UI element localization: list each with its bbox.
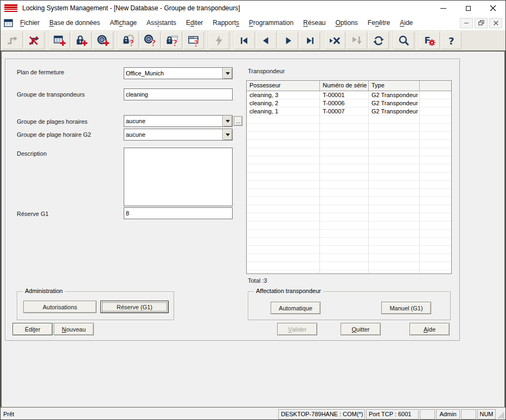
reserve-g1-label: Réserve G1 (17, 211, 49, 217)
mdi-minimize-button[interactable] (460, 18, 473, 28)
svg-text:?: ? (130, 39, 134, 47)
manuel-g1-button[interactable]: Manuel (G1) (381, 302, 431, 314)
toolbar-separator (232, 31, 232, 49)
quitter-button[interactable]: Quitter (341, 323, 381, 335)
table-row[interactable]: cleaning, 1 T-00007 G2 Transpondeur (247, 107, 451, 116)
autorisations-button[interactable]: Autorisations (23, 301, 97, 313)
menu-item-assistants[interactable]: Assistants (142, 17, 181, 28)
column-header-empty[interactable] (420, 81, 451, 91)
toolbar-previous-record-button[interactable] (256, 31, 277, 49)
maximize-button[interactable] (456, 1, 481, 16)
editer-button[interactable]: Éditer (12, 323, 53, 335)
toolbar-logout-button[interactable] (24, 31, 44, 49)
read-transponder-icon: ? (144, 34, 157, 47)
menu-item-fenetre[interactable]: Fenêtre (363, 17, 395, 28)
svg-text:?: ? (151, 39, 156, 47)
mdi-restore-button[interactable] (475, 18, 488, 28)
total-label: Total :3 (248, 277, 267, 284)
browse-timezones-button[interactable]: ... (234, 116, 242, 126)
toolbar-new-lock-button[interactable] (71, 31, 92, 49)
menu-item-editer[interactable]: Editer (181, 17, 208, 28)
groupe-plage-horaire-g2-label: Groupe de plage horaire G2 (17, 131, 91, 138)
toolbar-read-lock-button[interactable]: ? (118, 31, 139, 49)
transpondeur-label: Transpondeur (248, 68, 285, 74)
toolbar-read-transponder-button[interactable]: ? (140, 31, 161, 49)
groupe-plage-horaire-g2-combo[interactable]: aucune (124, 129, 233, 141)
toolbar-login-button (2, 31, 23, 49)
window-title: Locking System Management - [New Databas… (22, 4, 240, 12)
title-bar: Locking System Management - [New Databas… (1, 1, 505, 16)
login-icon (6, 34, 19, 47)
toolbar-last-record-button[interactable] (299, 31, 320, 49)
toolbar-new-transponder-button[interactable] (93, 31, 113, 49)
status-empty-panel (461, 409, 476, 419)
table-row[interactable]: cleaning, 2 T-00006 G2 Transpondeur (247, 99, 451, 107)
menu-bar: Fichier Base de données Affichage Assist… (1, 16, 505, 30)
menu-item-fichier[interactable]: Fichier (15, 17, 44, 28)
toolbar-first-record-button[interactable] (234, 31, 255, 49)
toolbar-next-record-button[interactable] (278, 31, 298, 49)
search-icon (398, 34, 411, 47)
resize-grip[interactable] (497, 411, 505, 419)
read-window-icon: ? (187, 34, 200, 47)
reserve-g1-input[interactable] (124, 207, 233, 219)
column-header-numero-de-serie[interactable]: Numéro de série (320, 81, 369, 91)
menu-item-rapports[interactable]: Rapports (208, 17, 244, 28)
toolbar-read-window-button[interactable]: ? (183, 31, 204, 49)
status-connection: DESKTOP-789HANE : COM(*) (278, 409, 365, 419)
new-transponder-icon (97, 34, 110, 47)
menu-item-aide[interactable]: Aide (395, 17, 418, 28)
dropdown-button[interactable] (222, 129, 232, 140)
app-logo-icon (4, 4, 17, 12)
next-record-icon (281, 34, 294, 47)
chevron-down-icon (226, 133, 230, 138)
mdi-restore-icon (478, 20, 484, 26)
reset-icon (329, 34, 342, 47)
app-window: Locking System Management - [New Databas… (0, 0, 506, 420)
status-empty-panel (420, 409, 435, 419)
automatique-button[interactable]: Automatique (271, 302, 321, 314)
toolbar-search-button[interactable] (394, 31, 414, 49)
nouveau-button[interactable]: Nouveau (54, 323, 94, 335)
mdi-child-icon (4, 19, 13, 27)
close-icon (490, 5, 496, 11)
toolbar-read-lock-implicit-button[interactable]: ? (162, 31, 182, 49)
dropdown-button[interactable] (222, 116, 232, 126)
toolbar-separator (206, 31, 207, 49)
reserve-g1-button[interactable]: Réserve (G1) (100, 301, 169, 313)
refresh-icon (372, 34, 385, 47)
plan-de-fermeture-label: Plan de fermeture (17, 69, 64, 75)
read-lock-icon: ? (122, 34, 135, 47)
toolbar-new-locking-system-button[interactable] (49, 31, 70, 49)
toolbar-help-button[interactable]: ? (441, 31, 462, 49)
plan-de-fermeture-combo[interactable]: Office_Munich (124, 67, 233, 79)
toolbar-program-button (209, 31, 229, 49)
status-user: Admin (436, 409, 460, 419)
menu-item-reseau[interactable]: Réseau (298, 17, 330, 28)
menu-item-base-de-donnees[interactable]: Base de données (44, 17, 105, 28)
minimize-button[interactable] (431, 1, 456, 16)
menu-item-programmation[interactable]: Programmation (244, 17, 298, 28)
minimize-icon (440, 8, 446, 9)
aide-button[interactable]: Aide (409, 323, 450, 335)
column-header-possesseur[interactable]: Possesseur (247, 81, 320, 91)
table-body: cleaning, 3 T-00001 G2 Transpondeur clea… (247, 91, 451, 273)
svg-text:F: F (425, 35, 431, 46)
svg-text:?: ? (194, 39, 199, 47)
table-row[interactable]: cleaning, 3 T-00001 G2 Transpondeur (247, 91, 451, 99)
dropdown-button[interactable] (222, 68, 232, 79)
toolbar-filter-settings-button[interactable]: F (419, 31, 440, 49)
menu-item-options[interactable]: Options (330, 17, 362, 28)
groupe-plages-horaires-combo[interactable]: aucune (124, 115, 233, 127)
table-header: Possesseur Numéro de série Type (247, 81, 451, 91)
toolbar-reset-button[interactable] (325, 31, 345, 49)
description-textarea[interactable] (124, 148, 233, 206)
help-icon: ? (445, 34, 458, 47)
administration-groupbox-label: Administration (23, 288, 65, 294)
close-button[interactable] (481, 1, 505, 16)
groupe-transpondeurs-input[interactable] (124, 88, 233, 100)
mdi-close-button[interactable] (489, 18, 502, 28)
column-header-type[interactable]: Type (369, 81, 420, 91)
menu-item-affichage[interactable]: Affichage (105, 17, 142, 28)
toolbar-refresh-button[interactable] (368, 31, 389, 49)
